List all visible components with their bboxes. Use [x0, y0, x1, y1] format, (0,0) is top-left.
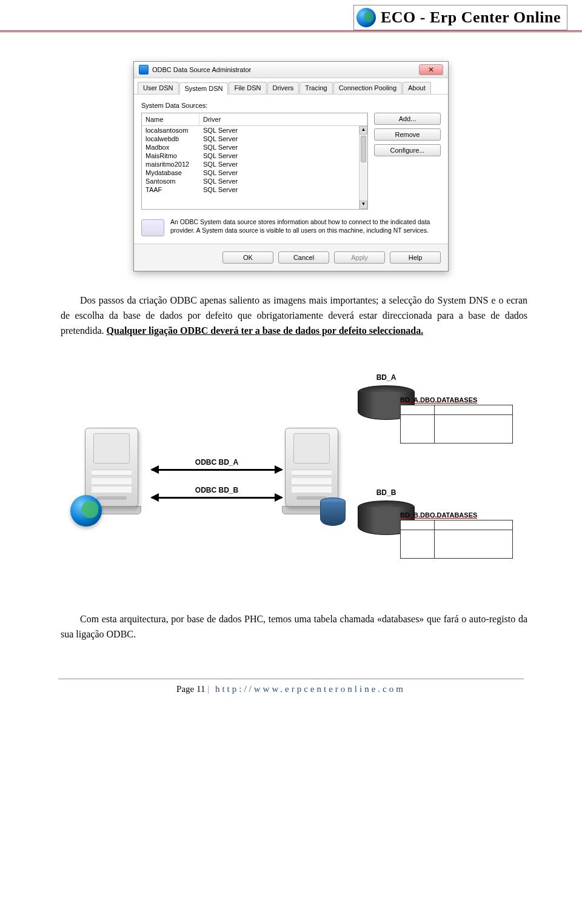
- para1-text-b: Qualquer ligação ODBC deverá ter a base …: [107, 325, 424, 336]
- globe-icon: [70, 495, 102, 527]
- brand-box: ECO - Erp Center Online: [353, 5, 567, 30]
- table-b: BD_B.DBO.DATABASES: [400, 511, 513, 559]
- tab-file-dsn[interactable]: File DSN: [229, 82, 266, 94]
- page-number: Page 11: [176, 684, 205, 694]
- footer-sep: |: [205, 684, 212, 694]
- list-rows: localsantosomSQL Server localwebdbSQL Se…: [142, 126, 367, 209]
- architecture-diagram: ODBC BD_A ODBC BD_B BD_A BD_B BD_A.DBO.D…: [0, 367, 582, 585]
- list-row: MydatabaseSQL Server: [142, 168, 367, 177]
- odbc-a-label: ODBC BD_A: [152, 458, 282, 467]
- col-driver: Driver: [199, 113, 367, 125]
- database-stack-icon: [320, 497, 346, 529]
- scroll-thumb[interactable]: [361, 136, 366, 162]
- table-a-grid: [400, 405, 513, 444]
- tab-tracing[interactable]: Tracing: [299, 82, 332, 94]
- dialog-screenshot: ODBC Data Source Administrator ✕ User DS…: [0, 61, 582, 271]
- list-row: TAAFSQL Server: [142, 185, 367, 194]
- odbc-b-label: ODBC BD_B: [152, 486, 282, 494]
- paragraph-1: Dos passos da criação ODBC apenas salien…: [61, 293, 527, 338]
- close-button[interactable]: ✕: [419, 64, 443, 75]
- tab-connection-pooling[interactable]: Connection Pooling: [333, 82, 402, 94]
- help-button[interactable]: Help: [390, 251, 441, 264]
- dialog-titlebar: ODBC Data Source Administrator ✕: [134, 62, 448, 78]
- tab-system-dsn[interactable]: System DSN: [179, 82, 229, 95]
- paragraph-2: Com esta arquitectura, por base de dados…: [61, 612, 527, 642]
- col-name: Name: [142, 113, 199, 125]
- odbc-dialog: ODBC Data Source Administrator ✕ User DS…: [133, 61, 449, 271]
- cancel-button[interactable]: Cancel: [278, 251, 329, 264]
- table-b-title: BD_B.DBO.DATABASES: [400, 511, 513, 519]
- list-row: localwebdbSQL Server: [142, 135, 367, 143]
- bd-b-label: BD_B: [358, 488, 415, 497]
- dialog-title: ODBC Data Source Administrator: [152, 66, 251, 73]
- list-row: MaisRitmoSQL Server: [142, 151, 367, 160]
- ok-button[interactable]: OK: [222, 251, 273, 264]
- table-b-grid: [400, 520, 513, 559]
- table-a-title: BD_A.DBO.DATABASES: [400, 396, 513, 404]
- list-row: SantosomSQL Server: [142, 177, 367, 185]
- pane-label: System Data Sources:: [141, 102, 441, 109]
- web-server-icon: [85, 428, 149, 522]
- table-a: BD_A.DBO.DATABASES: [400, 396, 513, 444]
- app-icon: [139, 65, 149, 75]
- remove-button[interactable]: Remove: [374, 128, 441, 141]
- apply-button[interactable]: Apply: [334, 251, 385, 264]
- list-row: MadboxSQL Server: [142, 143, 367, 151]
- info-icon: [141, 219, 164, 236]
- dsn-listbox[interactable]: Name Driver localsantosomSQL Server loca…: [141, 113, 368, 210]
- brand-text: ECO - Erp Center Online: [381, 8, 561, 27]
- tab-drivers[interactable]: Drivers: [267, 82, 299, 94]
- odbc-arrow-a: ODBC BD_A: [152, 458, 282, 471]
- footer-url: http://www.erpcenteronline.com: [215, 684, 406, 694]
- page-header: ECO - Erp Center Online: [0, 0, 582, 32]
- db-server-icon: [285, 428, 349, 522]
- list-row: localsantosomSQL Server: [142, 126, 367, 135]
- list-header: Name Driver: [142, 113, 367, 126]
- add-button[interactable]: Add...: [374, 113, 441, 125]
- side-buttons: Add... Remove Configure...: [374, 113, 441, 210]
- list-row: maisritmo2012SQL Server: [142, 160, 367, 168]
- dialog-footer: OK Cancel Apply Help: [134, 244, 448, 271]
- bd-a-label: BD_A: [358, 373, 415, 382]
- scroll-up-icon[interactable]: ▲: [360, 126, 367, 135]
- tab-strip: User DSN System DSN File DSN Drivers Tra…: [134, 78, 448, 95]
- tab-about[interactable]: About: [403, 82, 431, 94]
- tab-user-dsn[interactable]: User DSN: [138, 82, 179, 94]
- tab-pane: System Data Sources: Name Driver localsa…: [134, 95, 448, 244]
- globe-icon: [356, 8, 376, 27]
- configure-button[interactable]: Configure...: [374, 144, 441, 156]
- page-footer: Page 11 | http://www.erpcenteronline.com: [58, 679, 524, 694]
- scroll-down-icon[interactable]: ▼: [360, 201, 367, 209]
- odbc-arrow-b: ODBC BD_B: [152, 486, 282, 499]
- info-text: An ODBC System data source stores inform…: [170, 218, 441, 234]
- scrollbar[interactable]: ▲ ▼: [359, 126, 367, 209]
